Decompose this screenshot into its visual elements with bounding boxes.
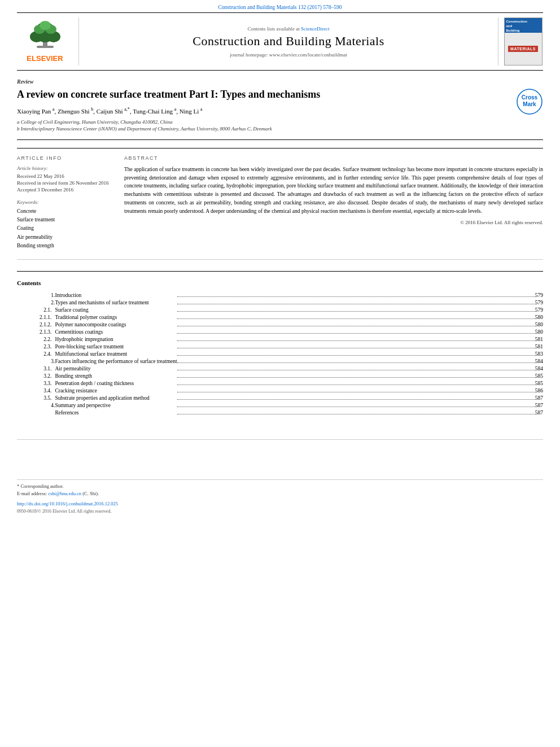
toc-page: 579 [535,292,543,299]
toc-dots [177,292,535,299]
elsevier-logo-area: ELSEVIER [17,18,79,65]
contents-title: Contents [17,279,543,286]
toc-item-3-4: 3.4. Cracking resistance 586 [17,387,543,395]
toc-page: 585 [535,380,543,387]
toc-num: 2.1.1. [17,314,55,321]
toc-item-3-3: 3.3. Penetration depth / coating thickne… [17,380,543,387]
toc-item-3-5: 3.5. Substrate properties and applicatio… [17,395,543,402]
abstract-text: The application of surface treatments in… [124,165,543,215]
keyword-air-permeability: Air permeability [17,233,113,242]
svg-rect-7 [37,46,54,48]
doi-link[interactable]: http://dx.doi.org/10.1016/j.conbuildmat.… [17,501,118,506]
toc-num: 4. [17,402,55,409]
toc-title: Cracking resistance [55,387,177,395]
footer: * Corresponding author. E-mail address: … [17,439,543,514]
toc-title: Summary and perspective [55,402,177,409]
cover-bottom: MATERIALS [505,33,542,65]
toc-num: 1. [17,292,55,299]
toc-dots [177,307,535,314]
toc-page: 579 [535,307,543,314]
toc-dots [177,329,535,336]
keywords-label: Keywords: [17,199,113,205]
journal-title: Construction and Building Materials [193,34,384,49]
article-title: A review on concrete surface treatment P… [17,88,543,101]
affiliation-a: a College of Civil Engineering, Hunan Un… [17,119,543,125]
toc-page: 586 [535,387,543,395]
toc-page: 580 [535,314,543,321]
keyword-bonding-strength: Bonding strength [17,242,113,250]
toc-page: 581 [535,336,543,343]
article-info-column: ARTICLE INFO Article history: Received 2… [17,155,113,250]
footer-copyright: 0950-0618/© 2016 Elsevier Ltd. All right… [17,509,543,514]
divider-2 [17,259,543,260]
toc-item-3-1: 3.1. Air permeability 584 [17,365,543,373]
toc-dots [177,402,535,409]
toc-page: 587 [535,409,543,417]
toc-page: 584 [535,358,543,365]
toc-title: Traditional polymer coatings [55,314,177,321]
contents-section: Contents 1. Introduction 579 2. Types an… [17,271,543,417]
toc-dots [177,321,535,329]
corresponding-email[interactable]: cshi@hnu.edu.cn [48,491,81,496]
toc-num: 3.3. [17,380,55,387]
abstract-heading: ABSTRACT [124,155,543,161]
keywords-section: Keywords: Concrete Surface treatment Coa… [17,199,113,250]
toc-page: 584 [535,365,543,373]
article-info-heading: ARTICLE INFO [17,155,113,161]
toc-num: 3.4. [17,387,55,395]
toc-num: 3.1. [17,365,55,373]
cover-materials-label: MATERIALS [508,46,538,52]
toc-dots [177,336,535,343]
toc-item-3-2: 3.2. Bonding strength 585 [17,373,543,380]
toc-num: 2.1. [17,307,55,314]
affiliations: a College of Civil Engineering, Hunan Un… [17,119,543,132]
title-area: A review on concrete surface treatment P… [17,88,543,101]
toc-num: 3.2. [17,373,55,380]
toc-num: 3. [17,358,55,365]
toc-page: 580 [535,321,543,329]
toc-table: 1. Introduction 579 2. Types and mechani… [17,292,543,417]
received-date: Received 22 May 2016 [17,173,113,179]
toc-dots [177,358,535,365]
svg-point-6 [40,21,51,30]
toc-item-4: 4. Summary and perspective 587 [17,402,543,409]
toc-num: 2.3. [17,343,55,351]
toc-dots [177,380,535,387]
toc-page: 587 [535,402,543,409]
toc-page: 580 [535,329,543,336]
toc-title: Penetration depth / coating thickness [55,380,177,387]
toc-title: References [55,409,177,417]
crossmark-area: Cross Mark [516,88,543,116]
journal-center: Contents lists available at ScienceDirec… [79,18,498,65]
toc-title: Factors influencing the performance of s… [55,358,177,365]
toc-dots [177,314,535,321]
email-label: E-mail address: [17,491,47,496]
author-xiaoying: Xiaoying Pan a, Zhenguo Shi b, Caijun Sh… [17,108,203,115]
footer-divider [17,479,543,480]
affiliation-b: b Interdisciplinary Nanoscience Center (… [17,126,543,132]
toc-page: 583 [535,351,543,358]
sciencedirect-line: Contents lists available at ScienceDirec… [248,26,330,32]
toc-dots [177,343,535,351]
toc-item-2-3: 2.3. Pore-blocking surface treatment 581 [17,343,543,351]
toc-item-introduction: 1. Introduction 579 [17,292,543,299]
toc-dots [177,373,535,380]
toc-title: Bonding strength [55,373,177,380]
cover-top-text: ConstructionandBuilding [505,18,542,33]
toc-page: 585 [535,373,543,380]
elsevier-brand-text: ELSEVIER [27,54,63,63]
toc-item-types: 2. Types and mechanisms of surface treat… [17,299,543,307]
journal-header: ELSEVIER Contents lists available at Sci… [17,12,543,71]
toc-item-2-1-2: 2.1.2. Polymer nanocomposite coatings 58… [17,321,543,329]
journal-homepage: journal homepage: www.elsevier.com/locat… [230,52,347,58]
toc-num: 2. [17,299,55,307]
toc-dots [177,409,535,417]
copyright-line: © 2016 Elsevier Ltd. All rights reserved… [124,220,543,225]
two-col-section: ARTICLE INFO Article history: Received 2… [17,148,543,250]
toc-page: 587 [535,395,543,402]
toc-title: Types and mechanisms of surface treatmen… [55,299,177,307]
crossmark-icon: Cross Mark [516,88,543,115]
sciencedirect-link[interactable]: ScienceDirect [301,26,329,32]
toc-title: Cementitious coatings [55,329,177,336]
svg-text:Mark: Mark [523,101,536,107]
